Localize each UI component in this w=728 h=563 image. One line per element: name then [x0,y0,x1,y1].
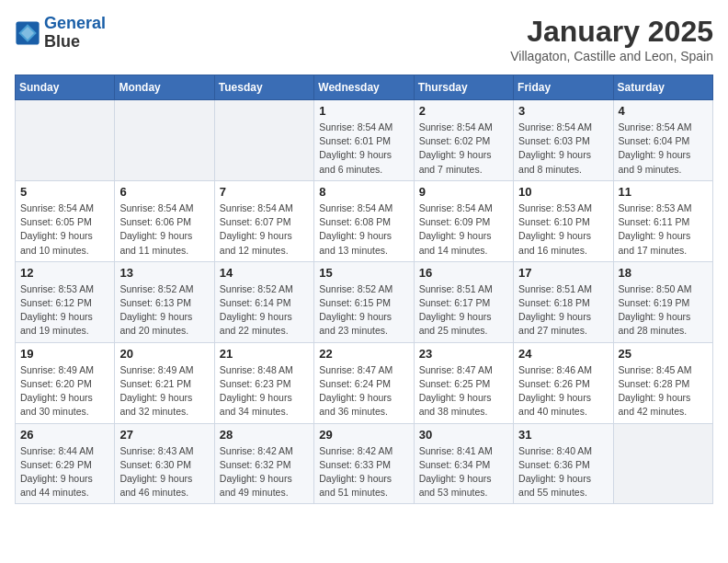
calendar-cell: 11Sunrise: 8:53 AMSunset: 6:11 PMDayligh… [613,180,712,261]
calendar-cell [115,100,214,181]
day-number: 27 [119,428,209,442]
calendar-week-row: 19Sunrise: 8:49 AMSunset: 6:20 PMDayligh… [16,342,713,423]
day-number: 9 [419,185,508,199]
day-detail: Sunrise: 8:54 AMSunset: 6:08 PMDaylight:… [319,201,408,258]
calendar-cell [214,100,313,181]
calendar-cell: 23Sunrise: 8:47 AMSunset: 6:25 PMDayligh… [414,342,513,423]
day-number: 1 [319,104,408,118]
calendar-table: SundayMondayTuesdayWednesdayThursdayFrid… [15,75,713,504]
calendar-cell: 3Sunrise: 8:54 AMSunset: 6:03 PMDaylight… [514,100,613,181]
day-detail: Sunrise: 8:52 AMSunset: 6:15 PMDaylight:… [319,282,408,339]
page-header: General Blue January 2025 Villagaton, Ca… [15,15,713,63]
day-detail: Sunrise: 8:40 AMSunset: 6:36 PMDaylight:… [518,444,608,500]
title-block: January 2025 Villagaton, Castille and Le… [510,15,713,63]
calendar-cell: 15Sunrise: 8:52 AMSunset: 6:15 PMDayligh… [314,261,414,342]
day-detail: Sunrise: 8:54 AMSunset: 6:01 PMDaylight:… [319,121,408,177]
calendar-cell: 6Sunrise: 8:54 AMSunset: 6:06 PMDaylight… [115,180,214,261]
weekday-header: Sunday [16,75,115,100]
day-number: 3 [518,104,608,118]
calendar-cell: 12Sunrise: 8:53 AMSunset: 6:12 PMDayligh… [16,261,115,342]
day-number: 4 [619,104,708,118]
day-number: 14 [220,266,309,280]
calendar-week-row: 5Sunrise: 8:54 AMSunset: 6:05 PMDaylight… [16,180,713,261]
calendar-cell: 13Sunrise: 8:52 AMSunset: 6:13 PMDayligh… [115,261,214,342]
calendar-cell: 7Sunrise: 8:54 AMSunset: 6:07 PMDaylight… [214,180,313,261]
day-number: 2 [419,104,508,118]
calendar-cell: 26Sunrise: 8:44 AMSunset: 6:29 PMDayligh… [16,423,115,504]
calendar-cell: 24Sunrise: 8:46 AMSunset: 6:26 PMDayligh… [514,342,613,423]
calendar-cell: 28Sunrise: 8:42 AMSunset: 6:32 PMDayligh… [214,423,313,504]
day-detail: Sunrise: 8:42 AMSunset: 6:33 PMDaylight:… [319,444,408,500]
day-number: 7 [220,185,309,199]
day-detail: Sunrise: 8:53 AMSunset: 6:11 PMDaylight:… [619,201,708,258]
day-detail: Sunrise: 8:54 AMSunset: 6:09 PMDaylight:… [419,201,508,258]
calendar-body: 1Sunrise: 8:54 AMSunset: 6:01 PMDaylight… [16,100,713,504]
day-detail: Sunrise: 8:48 AMSunset: 6:23 PMDaylight:… [220,363,309,419]
day-detail: Sunrise: 8:42 AMSunset: 6:32 PMDaylight:… [220,444,309,500]
day-detail: Sunrise: 8:43 AMSunset: 6:30 PMDaylight:… [119,444,209,500]
calendar-cell [613,423,712,504]
calendar-cell: 1Sunrise: 8:54 AMSunset: 6:01 PMDaylight… [314,100,414,181]
day-number: 26 [20,428,109,442]
location: Villagaton, Castille and Leon, Spain [510,49,713,63]
weekday-row: SundayMondayTuesdayWednesdayThursdayFrid… [16,75,713,100]
calendar-week-row: 26Sunrise: 8:44 AMSunset: 6:29 PMDayligh… [16,423,713,504]
calendar-cell: 22Sunrise: 8:47 AMSunset: 6:24 PMDayligh… [314,342,414,423]
day-detail: Sunrise: 8:46 AMSunset: 6:26 PMDaylight:… [518,363,608,419]
day-number: 11 [619,185,708,199]
calendar-week-row: 12Sunrise: 8:53 AMSunset: 6:12 PMDayligh… [16,261,713,342]
calendar-cell: 2Sunrise: 8:54 AMSunset: 6:02 PMDaylight… [414,100,513,181]
day-detail: Sunrise: 8:52 AMSunset: 6:13 PMDaylight:… [119,282,209,339]
day-number: 6 [119,185,209,199]
day-number: 22 [319,347,408,361]
day-detail: Sunrise: 8:47 AMSunset: 6:24 PMDaylight:… [319,363,408,419]
day-number: 5 [20,185,109,199]
weekday-header: Tuesday [214,75,313,100]
day-detail: Sunrise: 8:53 AMSunset: 6:12 PMDaylight:… [20,282,109,339]
day-detail: Sunrise: 8:54 AMSunset: 6:05 PMDaylight:… [20,201,109,258]
calendar-cell: 9Sunrise: 8:54 AMSunset: 6:09 PMDaylight… [414,180,513,261]
day-number: 25 [619,347,708,361]
day-detail: Sunrise: 8:54 AMSunset: 6:04 PMDaylight:… [619,121,708,177]
day-detail: Sunrise: 8:52 AMSunset: 6:14 PMDaylight:… [220,282,309,339]
logo: General Blue [15,15,106,52]
day-detail: Sunrise: 8:49 AMSunset: 6:20 PMDaylight:… [20,363,109,419]
calendar-cell: 31Sunrise: 8:40 AMSunset: 6:36 PMDayligh… [514,423,613,504]
day-number: 10 [518,185,608,199]
calendar-cell: 19Sunrise: 8:49 AMSunset: 6:20 PMDayligh… [16,342,115,423]
day-detail: Sunrise: 8:51 AMSunset: 6:18 PMDaylight:… [518,282,608,339]
day-number: 28 [220,428,309,442]
day-detail: Sunrise: 8:41 AMSunset: 6:34 PMDaylight:… [419,444,508,500]
calendar-cell: 16Sunrise: 8:51 AMSunset: 6:17 PMDayligh… [414,261,513,342]
weekday-header: Saturday [613,75,712,100]
day-detail: Sunrise: 8:54 AMSunset: 6:02 PMDaylight:… [419,121,508,177]
day-detail: Sunrise: 8:50 AMSunset: 6:19 PMDaylight:… [619,282,708,339]
calendar-cell: 4Sunrise: 8:54 AMSunset: 6:04 PMDaylight… [613,100,712,181]
day-number: 30 [419,428,508,442]
day-number: 12 [20,266,109,280]
day-number: 15 [319,266,408,280]
day-number: 16 [419,266,508,280]
day-detail: Sunrise: 8:54 AMSunset: 6:06 PMDaylight:… [119,201,209,258]
day-number: 23 [419,347,508,361]
calendar-cell: 14Sunrise: 8:52 AMSunset: 6:14 PMDayligh… [214,261,313,342]
weekday-header: Wednesday [314,75,414,100]
day-number: 18 [619,266,708,280]
day-detail: Sunrise: 8:53 AMSunset: 6:10 PMDaylight:… [518,201,608,258]
day-detail: Sunrise: 8:54 AMSunset: 6:07 PMDaylight:… [220,201,309,258]
calendar-cell: 20Sunrise: 8:49 AMSunset: 6:21 PMDayligh… [115,342,214,423]
logo-text: General Blue [44,15,106,52]
day-number: 31 [518,428,608,442]
day-number: 19 [20,347,109,361]
month-title: January 2025 [510,15,713,49]
day-number: 13 [119,266,209,280]
day-number: 21 [220,347,309,361]
day-number: 29 [319,428,408,442]
calendar-cell: 29Sunrise: 8:42 AMSunset: 6:33 PMDayligh… [314,423,414,504]
day-detail: Sunrise: 8:45 AMSunset: 6:28 PMDaylight:… [619,363,708,419]
day-detail: Sunrise: 8:47 AMSunset: 6:25 PMDaylight:… [419,363,508,419]
day-number: 17 [518,266,608,280]
calendar-cell: 5Sunrise: 8:54 AMSunset: 6:05 PMDaylight… [16,180,115,261]
calendar-cell: 10Sunrise: 8:53 AMSunset: 6:10 PMDayligh… [514,180,613,261]
logo-line2: Blue [44,33,106,52]
